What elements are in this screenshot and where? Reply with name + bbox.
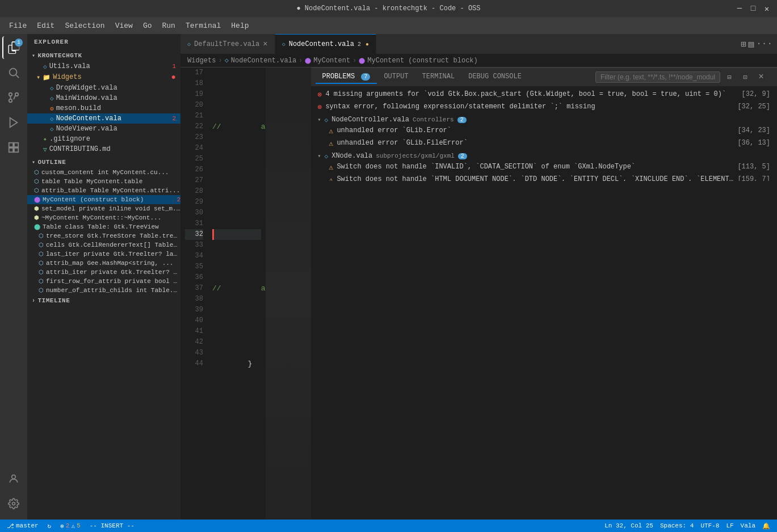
editor-container: 17 18 19 20 21 22 23 24 25 26 27 28 29 3… xyxy=(180,67,777,520)
panel-tab-terminal[interactable]: TERMINAL xyxy=(415,70,462,84)
outline-tree-store[interactable]: ⬡ tree_store Gtk.TreeStore Table.tre... xyxy=(27,231,180,240)
outline-label: cells Gtk.CellRendererText[] Table.c... xyxy=(46,242,180,248)
layout-icon[interactable]: ▤ xyxy=(749,39,754,50)
status-errors[interactable]: ⊗ 2 ⚠ 5 xyxy=(58,520,82,532)
outline-number-childs[interactable]: ⬡ number_of_attrib_childs int Table... xyxy=(27,286,180,293)
panel-tab-problems[interactable]: PROBLEMS 7 xyxy=(316,70,377,84)
status-branch[interactable]: ⎇ master xyxy=(5,520,41,532)
status-encoding[interactable]: UTF-8 xyxy=(698,520,721,532)
activity-explorer[interactable]: 1 xyxy=(2,36,25,59)
sidebar-item-widgets[interactable]: ▾ 📁 Widgets ● xyxy=(27,71,180,83)
menu-selection[interactable]: Selection xyxy=(60,19,109,32)
outline-cells[interactable]: ⬡ cells Gtk.CellRendererText[] Table.c..… xyxy=(27,240,180,250)
minimize-button[interactable]: ─ xyxy=(735,4,744,13)
status-language[interactable]: Vala xyxy=(738,520,758,532)
status-spaces[interactable]: Spaces: 4 xyxy=(658,520,696,532)
svg-point-0 xyxy=(10,69,17,76)
menu-go[interactable]: Go xyxy=(138,19,157,32)
activity-search[interactable] xyxy=(2,61,25,84)
status-sync[interactable]: ↻ xyxy=(45,520,54,532)
wrap-icon[interactable]: ⊡ xyxy=(738,70,752,84)
status-mode[interactable]: -- INSERT -- xyxy=(87,520,137,532)
tab-number: 2 xyxy=(358,41,361,48)
section-label: KRONTECHGTK xyxy=(38,52,82,59)
warn-item-1[interactable]: ⚠ unhandled error `GLib.Error` [34, 23] xyxy=(316,125,772,137)
file-label: meson.build xyxy=(56,104,176,112)
outline-destructor[interactable]: ⬢ ~MyContent MyContent::~MyCont... xyxy=(27,213,180,222)
warn-item-2[interactable]: ⚠ unhandled error `GLib.FileError` [36, … xyxy=(316,137,772,150)
file-group-nodecontroller[interactable]: ▾ ◇ NodeController.vala Controllers 2 xyxy=(316,113,772,125)
sidebar-item-dropwidget[interactable]: ◇ DropWidget.vala xyxy=(27,83,180,93)
sidebar-section-krontechgtk[interactable]: ▾ KRONTECHGTK xyxy=(27,50,180,61)
menu-edit[interactable]: Edit xyxy=(32,19,59,32)
tab-close[interactable]: × xyxy=(263,40,267,49)
sidebar-item-nodeviewer[interactable]: ◇ NodeViewer.vala xyxy=(27,124,180,134)
outline-attrib-iter[interactable]: ⬡ attrib_iter private Gtk.Treelter? attr… xyxy=(27,268,180,277)
activity-accounts[interactable] xyxy=(2,467,25,490)
sidebar-item-utils[interactable]: ◇ Utils.vala 1 xyxy=(27,61,180,71)
outline-label: first_row_for_attrib private bool fi... xyxy=(46,278,180,285)
title-bar: ● NodeContent.vala - krontechgtk - Code … xyxy=(0,0,777,17)
outline-label: custom_content int MyContent.cu... xyxy=(41,169,169,176)
file-group-xnode[interactable]: ▾ ◇ XNode.vala subprojects/gxml/gxml 2 xyxy=(316,150,772,161)
outline-attrib-map[interactable]: ⬡ attrib_map Gee.HashMap<string, ... xyxy=(27,259,180,268)
outline-attrib-table[interactable]: ⬡ attrib_table Table MyContent.attri... xyxy=(27,186,180,195)
tab-defaulttree[interactable]: ◇ DefaultTree.vala × xyxy=(180,34,275,54)
sidebar-section-outline[interactable]: ▾ OUTLINE xyxy=(27,157,180,168)
status-position[interactable]: Ln 32, Col 25 xyxy=(602,520,656,532)
activity-run[interactable] xyxy=(2,111,25,134)
filter-icon[interactable]: ⊟ xyxy=(723,70,736,84)
sidebar-header: EXPLORER xyxy=(27,34,180,50)
outline-mycontent-construct[interactable]: ⬤MyContent (construct block) 2 xyxy=(27,195,180,204)
maximize-button[interactable]: □ xyxy=(749,4,758,13)
activity-source-control[interactable] xyxy=(2,86,25,109)
svg-point-10 xyxy=(12,475,16,479)
breadcrumb-nodecontent[interactable]: NodeContent.vala xyxy=(231,57,296,65)
tab-label: TERMINAL xyxy=(422,73,455,81)
svg-rect-9 xyxy=(14,148,18,152)
outline-first-row[interactable]: ⬡ first_row_for_attrib private bool fi..… xyxy=(27,277,180,286)
status-line-ending[interactable]: LF xyxy=(724,520,736,532)
sidebar-item-nodecontent[interactable]: ◇ NodeContent.vala 2 xyxy=(27,113,180,124)
panel-tab-output[interactable]: OUTPUT xyxy=(377,70,415,84)
breadcrumb-widgets[interactable]: Widgets xyxy=(187,57,216,65)
outline-set-model[interactable]: ⬢ set_model private inline void set_m... xyxy=(27,204,180,213)
outline-last-iter[interactable]: ⬡ last_iter private Gtk.Treelter? last_i… xyxy=(27,250,180,259)
sidebar-item-contributing[interactable]: ▽ CONTRIBUTING.md xyxy=(27,144,180,154)
more-actions-icon[interactable]: ··· xyxy=(756,39,772,50)
panel-tabs: PROBLEMS 7 OUTPUT TERMINAL DEBUG CONSOLE xyxy=(311,68,777,86)
sidebar-item-gitignore[interactable]: ⬥ .gitignore xyxy=(27,134,180,144)
code-editor[interactable]: 17 18 19 20 21 22 23 24 25 26 27 28 29 3… xyxy=(180,67,311,520)
sidebar-item-mainwindow[interactable]: ◇ MainWindow.vala xyxy=(27,93,180,103)
outline-table[interactable]: ⬡ table Table MyContent.table xyxy=(27,177,180,186)
activity-settings[interactable] xyxy=(2,492,25,515)
section-label: TIMELINE xyxy=(38,297,70,304)
warn-item-4[interactable]: ⚠ Switch does not handle `HTML_DOCUMENT_… xyxy=(316,174,772,181)
code-content[interactable]: attrib_scroll.add(attrib_table); attrib_… xyxy=(208,67,266,520)
code-line-20: attrib_table.expand = false; xyxy=(212,100,261,111)
error-item-1[interactable]: ⊗ 4 missing arguments for `void Gtk.Box.… xyxy=(316,88,772,101)
status-bell[interactable]: 🔔 xyxy=(760,520,772,532)
panel-tab-debug[interactable]: DEBUG CONSOLE xyxy=(461,70,528,84)
sidebar-section-timeline[interactable]: › TIMELINE xyxy=(27,295,180,306)
outline-table-class[interactable]: ⬤ Table class Table: Gtk.TreeView xyxy=(27,222,180,231)
close-button[interactable]: ✕ xyxy=(762,4,771,13)
menu-terminal[interactable]: Terminal xyxy=(181,19,225,32)
breadcrumb-construct[interactable]: MyContent (construct block) xyxy=(367,57,477,65)
menu-run[interactable]: Run xyxy=(157,19,179,32)
warn-item-3[interactable]: ⚠ Switch does not handle `INVALID`, `CDA… xyxy=(316,161,772,174)
tab-label: OUTPUT xyxy=(384,73,408,81)
git-branch-icon: ⎇ xyxy=(7,522,14,530)
breadcrumb-mycontent[interactable]: MyContent xyxy=(313,57,350,65)
menu-help[interactable]: Help xyxy=(226,19,253,32)
split-editor-icon[interactable]: ⊞ xyxy=(741,39,746,50)
filter-input[interactable] xyxy=(595,71,720,83)
panel-close-button[interactable]: × xyxy=(754,70,768,84)
menu-view[interactable]: View xyxy=(111,19,137,32)
tab-nodecontent[interactable]: ◇ NodeContent.vala 2 ● xyxy=(275,34,376,54)
error-item-2[interactable]: ⊗ syntax error, following expression/sta… xyxy=(316,101,772,113)
activity-extensions[interactable] xyxy=(2,136,25,159)
menu-file[interactable]: File xyxy=(5,19,31,32)
outline-custom-content[interactable]: ⬡ custom_content int MyContent.cu... xyxy=(27,168,180,177)
sidebar-item-mesonbuild[interactable]: ⚙ meson.build xyxy=(27,103,180,113)
